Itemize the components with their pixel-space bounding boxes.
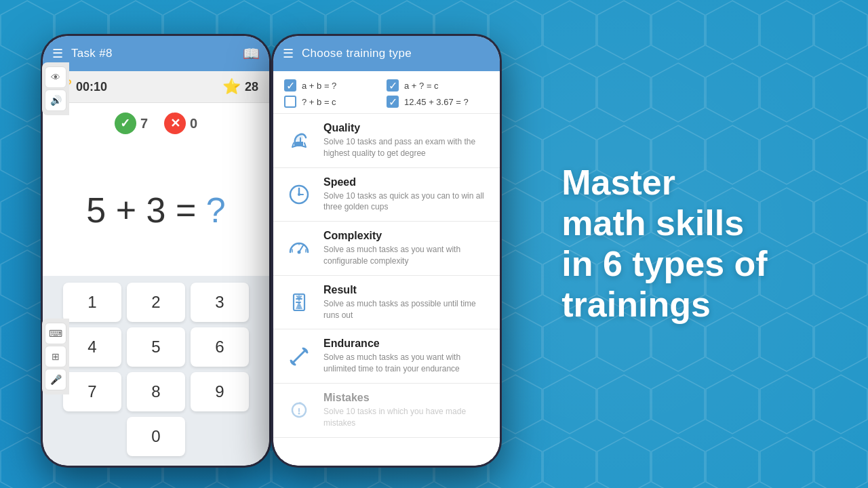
stats-row: 🏆 00:10 ⭐ 28	[43, 71, 269, 103]
result-name: Result	[323, 284, 489, 296]
mic-icon[interactable]: 🎤	[45, 369, 66, 390]
complexity-name: Complexity	[323, 230, 489, 242]
checkbox-4[interactable]: ✓	[387, 96, 399, 108]
quality-desc: Solve 10 tasks and pass an exam with the…	[323, 136, 489, 159]
complexity-desc: Solve as much tasks as you want with con…	[323, 244, 489, 267]
endurance-name: Endurance	[323, 338, 489, 350]
quality-name: Quality	[323, 122, 489, 134]
training-list: Quality Solve 10 tasks and pass an exam …	[273, 114, 500, 466]
speed-desc: Solve 10 tasks as quick as you can to wi…	[323, 190, 489, 214]
checkbox-label-4: 12.45 + 3.67 = ?	[404, 97, 469, 107]
tagline-text: Master math skills in 6 types of trainin…	[561, 163, 767, 325]
svg-rect-1	[294, 142, 296, 146]
right-app-bar: ☰ Choose training type	[273, 36, 500, 71]
training-item-mistakes[interactable]: Mistakes Solve 10 tasks in which you hav…	[273, 384, 500, 438]
result-info: Result Solve as much tasks as possible u…	[323, 284, 489, 321]
num-5[interactable]: 5	[127, 327, 185, 367]
training-item-quality[interactable]: Quality Solve 10 tasks and pass an exam …	[273, 114, 500, 168]
sound-icon[interactable]: 🔊	[45, 89, 66, 111]
left-app-bar: ☰ Task #8 📖	[43, 36, 269, 71]
right-app-title: Choose training type	[302, 47, 490, 60]
endurance-desc: Solve as much tasks as you want with unl…	[323, 352, 489, 375]
training-item-speed[interactable]: Speed Solve 10 tasks as quick as you can…	[273, 168, 500, 222]
left-menu-icon[interactable]: ☰	[52, 46, 63, 61]
complexity-info: Complexity Solve as much tasks as you wa…	[323, 230, 489, 267]
endurance-info: Endurance Solve as much tasks as you wan…	[323, 338, 489, 375]
checkbox-label-1: a + b = ?	[302, 81, 336, 91]
num-0[interactable]: 0	[127, 417, 185, 456]
mistakes-desc: Solve 10 tasks in which you have made mi…	[323, 406, 489, 429]
tagline-line1: Master	[561, 163, 675, 202]
book-icon[interactable]: 📖	[243, 45, 260, 62]
training-item-result[interactable]: Result Solve as much tasks as possible u…	[273, 276, 500, 330]
num-7[interactable]: 7	[63, 372, 121, 411]
training-item-endurance[interactable]: Endurance Solve as much tasks as you wan…	[273, 329, 500, 384]
checkbox-label-2: ? + b = c	[302, 97, 336, 107]
keypad-icon[interactable]: ⌨	[45, 323, 66, 344]
endurance-icon	[284, 342, 314, 371]
checkbox-label-3: a + ? = c	[404, 81, 439, 91]
correct-icon: ✓	[115, 113, 136, 134]
num-1[interactable]: 1	[63, 283, 121, 322]
right-phone: ☰ Choose training type ✓ a + b = ? ✓ a +…	[271, 34, 502, 468]
grid-icon[interactable]: ⊞	[45, 346, 66, 367]
speed-icon	[284, 180, 314, 209]
score-row: ✓ 7 ✕ 0	[43, 103, 269, 144]
complexity-icon	[284, 233, 314, 263]
mistakes-icon	[284, 395, 314, 425]
quality-icon	[284, 125, 314, 155]
checkbox-item-3[interactable]: ✓ a + ? = c	[387, 79, 489, 92]
speed-name: Speed	[323, 176, 489, 188]
tagline-line3: in 6 types of	[561, 244, 767, 283]
checkbox-item-1[interactable]: ✓ a + b = ?	[284, 79, 387, 92]
num-3[interactable]: 3	[191, 283, 249, 322]
checkbox-2[interactable]	[284, 96, 296, 108]
svg-point-5	[298, 193, 300, 196]
left-phone: ☰ Task #8 📖 🏆 00:10 ⭐ 28	[41, 34, 271, 468]
svg-line-12	[292, 350, 306, 363]
checkbox-item-4[interactable]: ✓ 12.45 + 3.67 = ?	[387, 96, 489, 108]
checkbox-3[interactable]: ✓	[387, 79, 399, 92]
quality-info: Quality Solve 10 tasks and pass an exam …	[323, 122, 489, 159]
equation-display: 5 + 3 = ?	[86, 190, 225, 230]
timer-display: 00:10	[76, 80, 107, 94]
mistakes-info: Mistakes Solve 10 tasks in which you hav…	[323, 392, 489, 429]
num-8[interactable]: 8	[127, 372, 185, 411]
svg-point-18	[298, 413, 300, 415]
result-icon	[284, 287, 314, 317]
checkbox-item-2[interactable]: ? + b = c	[284, 96, 387, 108]
tagline-line4: trainings	[561, 285, 711, 324]
equation-area: 5 + 3 = ?	[43, 144, 269, 276]
training-item-complexity[interactable]: Complexity Solve as much tasks as you wa…	[273, 222, 500, 276]
wrong-icon: ✕	[164, 113, 186, 134]
checkbox-1[interactable]: ✓	[284, 79, 296, 92]
num-6[interactable]: 6	[191, 327, 249, 367]
left-app-title: Task #8	[71, 47, 243, 60]
num-4[interactable]: 4	[63, 327, 121, 367]
tagline-line2: math skills	[561, 203, 744, 243]
eye-icon[interactable]: 👁	[45, 66, 66, 88]
equation-question: ?	[206, 190, 226, 230]
star-icon: ⭐	[222, 78, 241, 96]
star-count: 28	[245, 80, 258, 94]
numpad: 1 2 3 4 5 6 7 8 9 0	[43, 276, 269, 466]
num-9[interactable]: 9	[191, 372, 249, 411]
wrong-count: 0	[190, 116, 197, 131]
tagline-panel: Master math skills in 6 types of trainin…	[502, 149, 827, 338]
right-content: ✓ a + b = ? ✓ a + ? = c ? + b = c ✓	[273, 71, 500, 466]
correct-count: 7	[140, 116, 148, 131]
speed-info: Speed Solve 10 tasks as quick as you can…	[323, 176, 489, 214]
svg-point-7	[298, 251, 301, 254]
right-menu-icon[interactable]: ☰	[283, 46, 294, 61]
checkbox-section: ✓ a + b = ? ✓ a + ? = c ? + b = c ✓	[273, 71, 500, 114]
result-desc: Solve as much tasks as possible until ti…	[323, 298, 489, 321]
num-2[interactable]: 2	[127, 283, 185, 322]
mistakes-name: Mistakes	[323, 392, 489, 404]
svg-point-0	[295, 134, 303, 142]
